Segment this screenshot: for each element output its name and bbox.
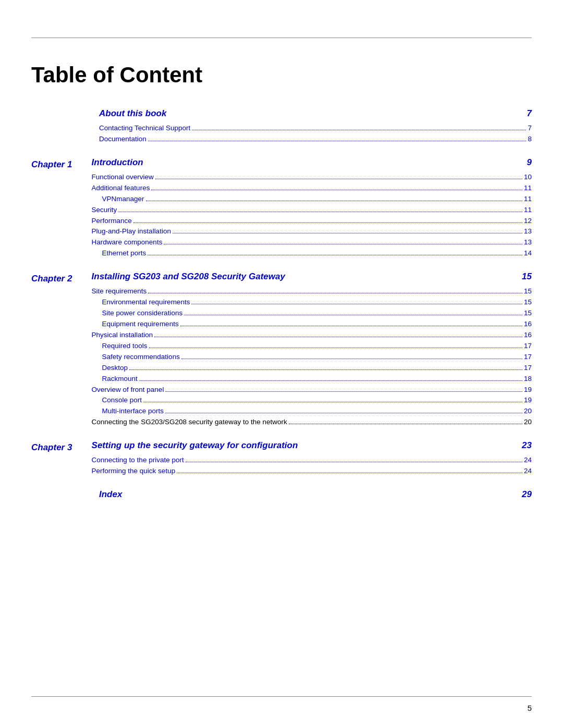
list-item: Required tools 17 <box>92 341 532 352</box>
page-title: Table of Content <box>31 63 532 88</box>
chapter-2-row: Chapter 2 Installing SG203 and SG208 Sec… <box>31 272 532 428</box>
list-item: Ethernet ports 14 <box>92 248 532 259</box>
list-item: Equipment requirements 16 <box>92 319 532 330</box>
list-item: Security 11 <box>92 205 532 216</box>
bottom-rule <box>31 696 532 697</box>
chapter-3-label: Chapter 3 <box>31 442 72 452</box>
chapter-3-title: Setting up the security gateway for conf… <box>92 440 298 451</box>
list-item: Hardware components 13 <box>92 237 532 248</box>
list-item: Performance 12 <box>92 216 532 227</box>
chapter-2-page: 15 <box>522 272 532 282</box>
chapter-2-label: Chapter 2 <box>31 274 72 283</box>
list-item: Plug-and-Play installation 13 <box>92 226 532 237</box>
list-item: Connecting the SG203/SG208 security gate… <box>92 417 532 428</box>
chapter-2-content: Installing SG203 and SG208 Security Gate… <box>92 272 532 428</box>
about-title: About this book <box>99 108 166 119</box>
entry-page: 7 <box>528 123 532 134</box>
list-item: Performing the quick setup 24 <box>92 466 532 477</box>
list-item: Multi-interface ports 20 <box>92 406 532 417</box>
list-item: Site power considerations 15 <box>92 308 532 319</box>
top-rule <box>31 38 532 38</box>
chapter-3-row: Chapter 3 Setting up the security gatewa… <box>31 440 532 477</box>
list-item: Contacting Technical Support 7 <box>99 123 532 134</box>
page-number: 5 <box>528 704 532 712</box>
list-item: Documentation 8 <box>99 134 532 145</box>
index-section: Index 29 <box>99 489 532 502</box>
entry-text: Contacting Technical Support <box>99 123 190 134</box>
chapter-1-title: Introduction <box>92 157 143 168</box>
about-page: 7 <box>527 108 532 119</box>
about-section: About this book 7 Contacting Technical S… <box>99 108 532 145</box>
list-item: Site requirements 15 <box>92 286 532 297</box>
chapter-1-content: Introduction 9 Functional overview 10 Ad… <box>92 157 532 259</box>
index-title: Index <box>99 489 122 500</box>
list-item: Environmental requirements 15 <box>92 297 532 308</box>
chapter-col: Chapter 1 <box>31 157 92 259</box>
chapter-col: Chapter 2 <box>31 272 92 428</box>
list-item: Connecting to the private port 24 <box>92 455 532 466</box>
chapter-1-row: Chapter 1 Introduction 9 Functional over… <box>31 157 532 259</box>
chapter-col: Chapter 3 <box>31 440 92 477</box>
chapter-3-content: Setting up the security gateway for conf… <box>92 440 532 477</box>
list-item: VPNmanager 11 <box>92 194 532 205</box>
index-page: 29 <box>522 489 532 500</box>
chapter-1-label: Chapter 1 <box>31 159 72 169</box>
entry-page: 8 <box>528 134 532 145</box>
list-item: Physical installation 16 <box>92 330 532 341</box>
dots <box>192 130 526 130</box>
list-item: Console port 19 <box>92 395 532 406</box>
page: Table of Content About this book 7 Conta… <box>0 0 563 728</box>
list-item: Functional overview 10 <box>92 172 532 183</box>
chapter-1-page: 9 <box>527 157 532 168</box>
list-item: Rackmount 18 <box>92 374 532 385</box>
list-item: Overview of front panel 19 <box>92 385 532 396</box>
chapter-3-page: 23 <box>522 440 532 451</box>
chapter-2-title: Installing SG203 and SG208 Security Gate… <box>92 272 285 282</box>
entry-text: Documentation <box>99 134 146 145</box>
list-item: Additional features 11 <box>92 183 532 194</box>
dots <box>148 141 527 141</box>
list-item: Safety recommendations 17 <box>92 352 532 363</box>
list-item: Desktop 17 <box>92 363 532 374</box>
